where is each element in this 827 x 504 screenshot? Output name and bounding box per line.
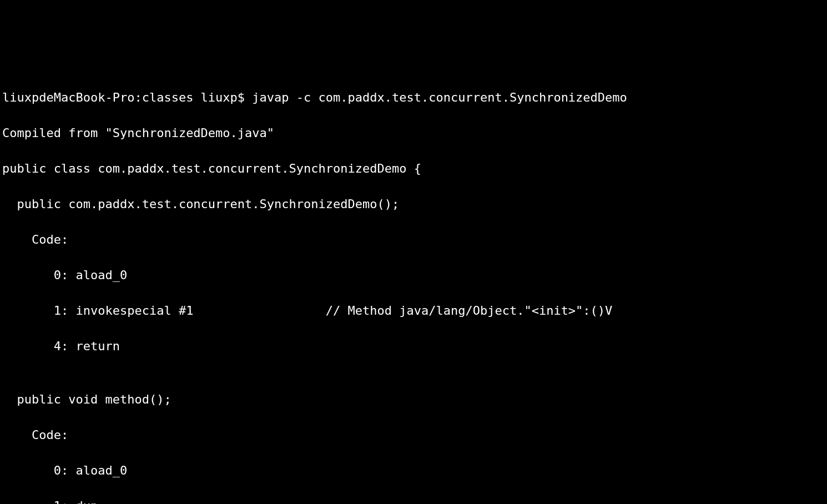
code-label: Code: — [2, 426, 825, 444]
terminal-output[interactable]: liuxpdeMacBook-Pro:classes liuxp$ javap … — [0, 71, 827, 504]
method-declaration: public void method(); — [2, 391, 825, 409]
bytecode-line: 1: dup — [2, 497, 825, 504]
bytecode-line: 1: invokespecial #1 // Method java/lang/… — [2, 302, 825, 320]
compiled-from-line: Compiled from "SynchronizedDemo.java" — [2, 124, 825, 142]
bytecode-line: 0: aload_0 — [2, 266, 825, 284]
class-declaration: public class com.paddx.test.concurrent.S… — [2, 160, 825, 178]
bytecode-line: 0: aload_0 — [2, 462, 825, 480]
constructor-declaration: public com.paddx.test.concurrent.Synchro… — [2, 195, 825, 213]
shell-prompt-line: liuxpdeMacBook-Pro:classes liuxp$ javap … — [2, 89, 825, 107]
bytecode-line: 4: return — [2, 337, 825, 355]
code-label: Code: — [2, 231, 825, 249]
